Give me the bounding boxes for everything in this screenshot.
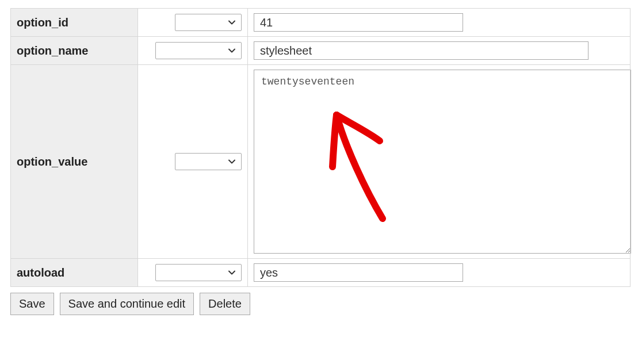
row-autoload: autoload bbox=[11, 259, 630, 287]
input-option-name[interactable] bbox=[254, 41, 588, 60]
label-autoload: autoload bbox=[11, 259, 138, 287]
row-option-name: option_name bbox=[11, 37, 630, 65]
input-autoload[interactable] bbox=[254, 263, 463, 282]
action-buttons: Save Save and continue edit Delete bbox=[10, 293, 632, 315]
function-select-option-id[interactable] bbox=[175, 14, 242, 31]
label-option-value: option_value bbox=[11, 65, 138, 259]
chevron-down-icon bbox=[227, 268, 236, 277]
save-continue-button[interactable]: Save and continue edit bbox=[60, 293, 194, 315]
function-select-autoload[interactable] bbox=[155, 264, 242, 281]
function-select-option-value[interactable] bbox=[175, 153, 242, 170]
chevron-down-icon bbox=[227, 18, 236, 27]
options-edit-table: option_id option_name bbox=[10, 8, 630, 287]
chevron-down-icon bbox=[227, 46, 236, 55]
input-option-id[interactable] bbox=[254, 13, 463, 32]
row-option-id: option_id bbox=[11, 9, 630, 37]
label-option-name: option_name bbox=[11, 37, 138, 65]
label-option-id: option_id bbox=[11, 9, 138, 37]
textarea-option-value[interactable] bbox=[254, 70, 631, 254]
row-option-value: option_value bbox=[11, 65, 630, 259]
function-select-option-name[interactable] bbox=[155, 42, 242, 59]
chevron-down-icon bbox=[227, 157, 236, 166]
delete-button[interactable]: Delete bbox=[200, 293, 250, 315]
save-button[interactable]: Save bbox=[10, 293, 54, 315]
